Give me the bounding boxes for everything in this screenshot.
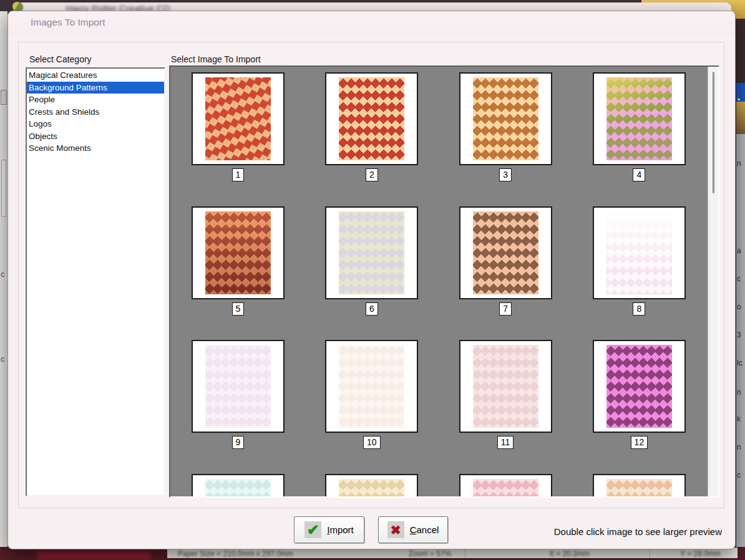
status-segment: Zoom = 57% [409, 549, 451, 558]
image-thumbnail-13[interactable]: 13 [192, 474, 285, 496]
thumbnail-card[interactable] [459, 206, 552, 299]
cancel-button-label: Cancel [410, 524, 439, 535]
thumbnail-card[interactable] [593, 340, 686, 433]
background-clipped-text: c [1, 354, 5, 364]
image-number: 6 [366, 302, 378, 316]
pattern-fill [205, 479, 271, 496]
image-number: 2 [366, 168, 378, 181]
pattern-image [205, 479, 271, 496]
image-thumbnail-9[interactable]: 9 [192, 340, 285, 449]
thumbnail-card[interactable] [325, 474, 418, 496]
background-image-edge [736, 102, 745, 134]
pattern-image [606, 211, 672, 294]
cancel-button[interactable]: ✖ Cancel [378, 516, 448, 543]
pattern-image [606, 479, 672, 496]
select-image-label: Select Image To Import [171, 54, 261, 64]
image-grid-panel: 12345678910111213141516 [169, 65, 719, 498]
pattern-image [205, 77, 271, 160]
pattern-image [473, 345, 538, 428]
image-thumbnail-15[interactable]: 15 [459, 474, 552, 496]
status-segment: Paper Size = 210.0mm x 297.0mm [178, 549, 293, 558]
thumbnail-card[interactable] [192, 474, 285, 496]
image-number: 4 [633, 168, 645, 181]
image-thumbnail-11[interactable]: 11 [459, 340, 552, 449]
vertical-scrollbar[interactable] [708, 67, 718, 496]
image-thumbnail-2[interactable]: 2 [325, 72, 418, 181]
category-item-objects[interactable]: Objects [27, 130, 164, 143]
background-clipped-text: a [737, 246, 741, 255]
background-clipped-text: n [737, 388, 741, 397]
background-clipped-text: 3 [737, 331, 741, 339]
pattern-fill [473, 77, 538, 160]
scrollbar-thumb[interactable] [713, 72, 714, 193]
category-item-logos[interactable]: Logos [27, 118, 164, 130]
dialog-titlebar[interactable]: Images To Import [8, 11, 735, 36]
image-thumbnail-3[interactable]: 3 [459, 72, 552, 181]
pattern-image [339, 479, 404, 496]
category-listbox[interactable]: Magical CreaturesBackground PatternsPeop… [26, 67, 165, 496]
thumbnail-card[interactable] [593, 474, 686, 496]
background-swatch-mark [738, 99, 740, 100]
thumbnail-card[interactable] [459, 474, 552, 496]
pattern-image [339, 345, 404, 428]
image-number: 1 [232, 168, 245, 181]
background-tool-button [1, 90, 7, 105]
background-clipped-text: c [737, 274, 741, 283]
images-to-import-dialog: Images To Import Select Category Select … [7, 11, 736, 549]
pattern-image [339, 211, 404, 294]
category-item-magical-creatures[interactable]: Magical Creatures [27, 69, 164, 82]
background-panel-edge: naco3lcnknc [736, 134, 745, 548]
image-thumbnail-1[interactable]: 1 [192, 72, 285, 181]
background-tool-panel [1, 160, 6, 217]
background-artwork-sliver [37, 551, 150, 560]
image-thumbnail-16[interactable]: 16 [593, 474, 686, 496]
image-thumbnail-6[interactable]: 6 [325, 206, 418, 316]
thumbnail-card[interactable] [459, 340, 552, 433]
thumbnail-card[interactable] [192, 340, 285, 433]
pattern-fill [339, 211, 404, 294]
image-number: 7 [499, 302, 512, 316]
image-thumbnail-10[interactable]: 10 [325, 340, 418, 449]
pattern-image [473, 479, 538, 496]
image-thumbnail-5[interactable]: 5 [192, 206, 285, 316]
pattern-fill [339, 77, 404, 160]
pattern-fill [606, 211, 672, 294]
thumbnail-card[interactable] [192, 72, 285, 165]
image-number: 5 [232, 302, 245, 316]
pattern-fill [473, 345, 538, 428]
image-thumbnail-4[interactable]: 4 [593, 72, 686, 181]
image-thumbnail-8[interactable]: 8 [593, 206, 686, 316]
image-number: 12 [631, 436, 648, 449]
image-thumbnail-7[interactable]: 7 [459, 206, 552, 316]
thumbnail-card[interactable] [593, 72, 686, 165]
pattern-image [606, 77, 672, 160]
thumbnail-card[interactable] [325, 72, 418, 165]
background-clipped-text: n [737, 159, 741, 168]
thumbnail-card[interactable] [593, 206, 686, 299]
image-number: 10 [363, 436, 381, 449]
status-separator [465, 549, 465, 558]
pattern-image [473, 77, 538, 160]
image-grid: 12345678910111213141516 [170, 67, 708, 496]
pattern-fill [339, 345, 404, 428]
pattern-fill [473, 211, 538, 294]
thumbnail-card[interactable] [325, 206, 418, 299]
pattern-fill [606, 479, 672, 496]
status-segment: Y = 28.0mm [680, 549, 721, 558]
thumbnail-card[interactable] [459, 72, 552, 165]
import-button-label: Import [327, 524, 354, 535]
background-toolbar-sliver: cc [0, 11, 7, 548]
thumbnail-card[interactable] [192, 206, 285, 299]
background-clipped-text: k [737, 415, 741, 423]
screen: ⌄ Harry Potter Creative CD cc naco3lcnkn… [0, 0, 745, 560]
import-button[interactable]: ✔ Import [294, 516, 364, 543]
category-item-people[interactable]: People [27, 94, 164, 106]
thumbnail-card[interactable] [325, 340, 418, 433]
image-thumbnail-12[interactable]: 12 [593, 340, 686, 449]
pattern-image [473, 211, 538, 294]
category-item-background-patterns[interactable]: Background Patterns [27, 82, 164, 94]
pattern-image [205, 345, 271, 428]
category-item-scenic-moments[interactable]: Scenic Moments [27, 142, 164, 155]
category-item-crests-and-shields[interactable]: Crests and Shields [27, 106, 164, 118]
image-thumbnail-14[interactable]: 14 [325, 474, 418, 496]
